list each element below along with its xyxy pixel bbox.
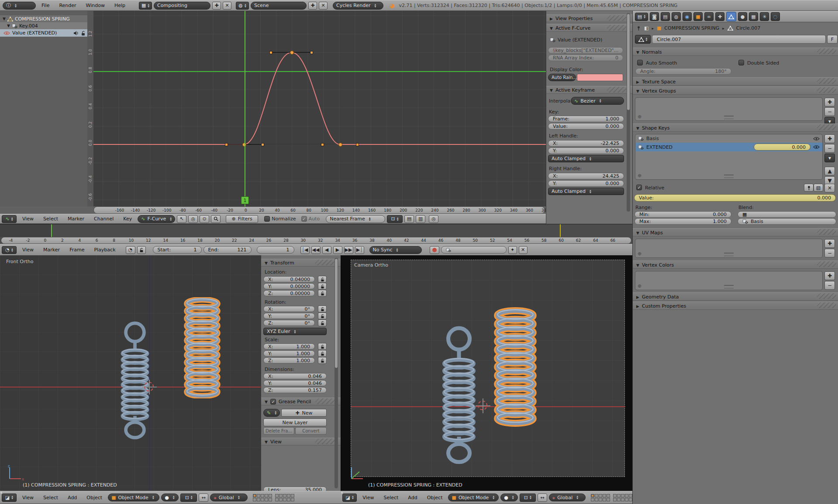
auto-smooth-checkbox[interactable] [637,60,643,65]
npanel-scrollbar[interactable] [335,258,338,488]
remove-uv-map-button[interactable]: − [824,249,835,257]
add-vertex-group-button[interactable]: ✚ [824,98,835,106]
resize-grip[interactable] [724,175,734,178]
frame-snap-selector[interactable]: Nearest Frame▲▼ [326,215,385,223]
clear-shape-keys-button[interactable]: ✕ [824,184,835,192]
keyframe-point[interactable] [290,51,294,55]
shape-key-value-slider[interactable]: 0.000 [754,144,810,151]
menu-render[interactable]: Render [55,3,80,8]
pivot-selector[interactable]: ⊡▲▼ [520,494,536,502]
handle-point[interactable] [321,143,324,146]
scale-y-field[interactable]: Y:1.000 [263,350,315,357]
insert-keyframe-icon[interactable]: ✦ [508,246,517,254]
add-inline-icon[interactable]: ⊕ [638,284,641,288]
left-handle-type-selector[interactable]: Auto Clamped▲▼ [548,155,624,162]
left-handle-y-field[interactable]: Y:0.000 [548,147,624,154]
orientation-selector[interactable]: ⚹Global▲▼ [549,494,586,501]
interpolation-selector[interactable]: ∿Bezier▲▼ [571,97,624,105]
add-scene-button[interactable]: ✚ [308,2,317,10]
dimensions-y-field[interactable]: Y:0.046 [263,380,327,386]
datablock-name-field[interactable]: Circle.007 [652,35,826,44]
lock-icon[interactable] [318,319,327,326]
pin-icon[interactable] [636,26,641,31]
handle-point[interactable] [310,51,313,54]
shading-selector[interactable]: ●▲▼ [161,494,179,501]
grease-pencil-source-selector[interactable]: ✎▲▼ [263,409,280,417]
keying-set-field[interactable] [441,246,507,254]
pivot-point-selector[interactable]: ⊡▲▼ [387,215,403,223]
expand-icon[interactable]: ▼ [3,17,6,21]
grease-pencil-checkbox[interactable]: ✓ [270,399,276,405]
layers-grid[interactable] [275,494,294,501]
texture-space-header[interactable]: Texture Space [642,79,676,85]
menu-file[interactable]: File [38,3,53,8]
lock-icon[interactable] [318,305,327,312]
rotation-mode-selector[interactable]: XYZ Euler▲▼ [263,328,327,335]
viewport-camera[interactable]: Camera Ortho (1) COMPRESSION SPRING : EX… [341,255,633,491]
handle-point[interactable] [225,143,228,146]
mesh-datablock-icon[interactable]: ▲▼ [635,35,651,44]
graph-menu-key[interactable]: Key [119,216,136,222]
active-fcurve-header[interactable]: Active F-Curve [555,25,590,31]
display-color-swatch[interactable] [577,74,623,81]
pin-shape-icon[interactable] [804,184,814,192]
scrollbar-thumb[interactable] [335,259,338,368]
location-y-field[interactable]: Y:0.00000 [263,283,315,289]
scene-selector[interactable]: Scene [251,2,307,10]
lock-icon[interactable] [318,350,327,357]
add-menu[interactable]: Add [404,495,421,501]
right-handle-x-field[interactable]: X:24.425 [548,173,624,179]
pivot-selector[interactable]: ⊡▲▼ [180,494,197,502]
channel-object-row[interactable]: ▼ COMPRESSION SPRING [0,15,87,22]
paste-pose-icon[interactable]: ▥ [416,215,425,223]
menu-help[interactable]: Help [110,3,129,8]
grease-new-button[interactable]: ✚New [281,409,327,417]
lock-icon[interactable] [318,290,327,297]
normals-header[interactable]: Normals [642,49,662,55]
lock-icon[interactable] [318,343,327,350]
timeline-menu-marker[interactable]: Marker [39,247,64,253]
sync-mode-selector[interactable]: No Sync▲▼ [369,246,422,254]
eye-icon[interactable] [813,145,820,149]
tab-scene-icon[interactable]: ◍ [672,12,681,21]
uv-maps-header[interactable]: UV Maps [642,230,663,236]
play-reverse-button[interactable]: ◀ [322,246,331,254]
vertex-groups-list[interactable]: ⊕ [635,97,823,121]
timeline-menu-frame[interactable]: Frame [66,247,88,253]
add-shape-key-button[interactable]: ✚ [824,134,835,143]
custom-properties-header[interactable]: Custom Properties [642,303,686,309]
add-vertex-color-button[interactable]: ✚ [824,271,835,280]
edit-mode-shape-icon[interactable]: ▧ [814,184,823,192]
scene-icon[interactable]: ◍▲▼ [236,2,249,10]
graph-curve-area[interactable]: 1 [93,11,546,206]
object-menu[interactable]: Object [423,495,447,501]
dimensions-z-field[interactable]: Z:0.157 [263,387,327,393]
mode-selector[interactable]: ■Object Mode▲▼ [108,494,159,501]
view3d-editor-type-icon[interactable]: ◪▲▼ [342,494,357,502]
tab-object-data-icon[interactable] [726,12,736,21]
tab-material-icon[interactable]: ● [738,12,747,21]
close-layout-button[interactable]: ✕ [223,2,231,10]
time-icon[interactable]: ◔ [126,246,135,254]
breadcrumb-data[interactable]: Circle.007 [736,25,760,31]
remove-shape-key-button[interactable]: − [824,144,835,153]
handle-point[interactable] [269,51,272,54]
double-sided-checkbox[interactable] [738,60,744,65]
tab-world-icon[interactable]: ◉ [683,12,692,21]
tab-particles-icon[interactable]: ✳ [760,12,769,21]
graph-menu-select[interactable]: Select [39,216,62,222]
timeline-menu-playback[interactable]: Playback [90,247,119,253]
render-engine-selector[interactable]: Cycles Render▲▼ [333,2,383,10]
layers-grid[interactable] [613,494,632,501]
end-frame-field[interactable]: End:121 [203,246,252,254]
rotation-x-field[interactable]: X:0° [263,306,315,312]
play-button[interactable]: ▶ [333,246,342,254]
relative-checkbox[interactable]: ✓ [636,185,642,190]
shape-keys-list[interactable]: Basis EXTENDED 0.000 ⊕ [635,134,823,180]
extension-spring[interactable] [434,324,484,468]
location-z-field[interactable]: Z:0.00000 [263,290,315,296]
lock-icon[interactable] [81,31,86,36]
add-layout-button[interactable]: ✚ [212,2,221,10]
zoom-tool-icon[interactable] [211,215,221,223]
range-min-field[interactable]: Min:0.000 [635,211,731,218]
